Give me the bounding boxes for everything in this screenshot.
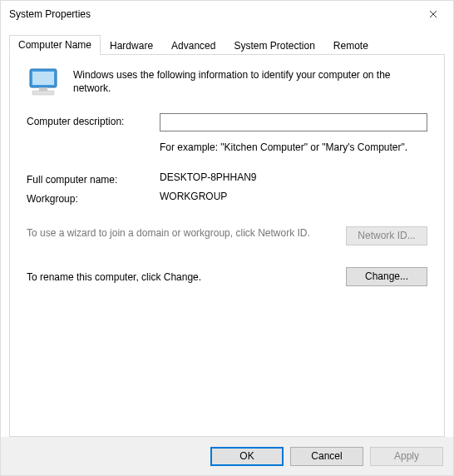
- apply-button[interactable]: Apply: [370, 447, 443, 466]
- label-description: Computer description:: [27, 113, 160, 127]
- close-icon: [429, 10, 437, 18]
- ok-button[interactable]: OK: [210, 447, 284, 466]
- row-example: For example: "Kitchen Computer" or "Mary…: [27, 136, 427, 166]
- label-workgroup: Workgroup:: [27, 191, 160, 205]
- label-full-name: Full computer name:: [27, 171, 160, 186]
- change-text: To rename this computer, click Change.: [27, 267, 336, 284]
- tab-container: Computer Name Hardware Advanced System P…: [1, 27, 453, 437]
- value-full-name: DESKTOP-8PHHAN9: [160, 171, 427, 183]
- computer-icon: [27, 68, 62, 98]
- example-text: For example: "Kitchen Computer" or "Mary…: [160, 141, 427, 155]
- intro-text: Windows uses the following information t…: [73, 68, 427, 98]
- row-full-name: Full computer name: DESKTOP-8PHHAN9: [27, 171, 427, 186]
- svg-rect-2: [39, 87, 47, 91]
- row-network-id: To use a wizard to join a domain or work…: [27, 226, 427, 245]
- change-button[interactable]: Change...: [346, 267, 427, 286]
- svg-rect-3: [32, 91, 54, 95]
- intro-row: Windows uses the following information t…: [27, 68, 427, 98]
- close-button[interactable]: [417, 2, 450, 26]
- tab-computer-name[interactable]: Computer Name: [9, 35, 101, 55]
- value-workgroup: WORKGROUP: [160, 191, 427, 202]
- cancel-button[interactable]: Cancel: [290, 447, 363, 466]
- tab-strip: Computer Name Hardware Advanced System P…: [9, 34, 445, 54]
- row-workgroup: Workgroup: WORKGROUP: [27, 191, 427, 205]
- row-description: Computer description:: [27, 113, 427, 131]
- titlebar: System Properties: [1, 1, 453, 27]
- description-input[interactable]: [160, 113, 427, 131]
- svg-rect-1: [32, 72, 54, 85]
- tab-panel-computer-name: Windows uses the following information t…: [9, 54, 445, 437]
- system-properties-window: System Properties Computer Name Hardware…: [0, 0, 454, 476]
- tab-hardware[interactable]: Hardware: [101, 36, 162, 55]
- window-title: System Properties: [9, 8, 91, 20]
- network-id-text: To use a wizard to join a domain or work…: [27, 226, 336, 240]
- row-change: To rename this computer, click Change. C…: [27, 267, 427, 286]
- dialog-footer: OK Cancel Apply: [1, 437, 453, 475]
- tab-system-protection[interactable]: System Protection: [225, 36, 323, 55]
- tab-remote[interactable]: Remote: [324, 36, 378, 55]
- network-id-button[interactable]: Network ID...: [346, 226, 427, 245]
- tab-advanced[interactable]: Advanced: [162, 36, 225, 55]
